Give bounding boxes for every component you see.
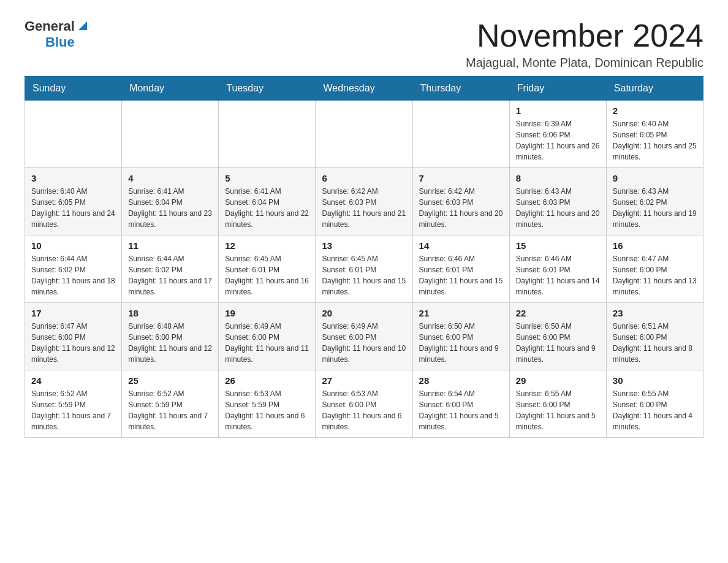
- day-cell: 24Sunrise: 6:52 AM Sunset: 5:59 PM Dayli…: [25, 370, 122, 438]
- day-cell: [316, 101, 412, 168]
- day-cell: 12Sunrise: 6:45 AM Sunset: 6:01 PM Dayli…: [219, 236, 316, 303]
- calendar-title: November 2024: [466, 18, 703, 53]
- day-cell: 25Sunrise: 6:52 AM Sunset: 5:59 PM Dayli…: [122, 370, 219, 438]
- header-cell-friday: Friday: [509, 77, 606, 101]
- day-info: Sunrise: 6:52 AM Sunset: 5:59 PM Dayligh…: [31, 388, 115, 432]
- day-cell: 7Sunrise: 6:42 AM Sunset: 6:03 PM Daylig…: [412, 168, 509, 236]
- day-info: Sunrise: 6:51 AM Sunset: 6:00 PM Dayligh…: [613, 321, 697, 365]
- day-number: 24: [31, 375, 115, 386]
- day-number: 21: [419, 308, 503, 318]
- day-number: 12: [225, 240, 309, 251]
- logo: General Blue: [25, 18, 89, 50]
- calendar-body: 1Sunrise: 6:39 AM Sunset: 6:06 PM Daylig…: [25, 101, 703, 438]
- day-cell: 13Sunrise: 6:45 AM Sunset: 6:01 PM Dayli…: [316, 236, 412, 303]
- day-info: Sunrise: 6:45 AM Sunset: 6:01 PM Dayligh…: [225, 253, 309, 297]
- day-number: 16: [613, 240, 697, 251]
- logo-triangle-icon: [76, 19, 89, 33]
- day-info: Sunrise: 6:40 AM Sunset: 6:05 PM Dayligh…: [31, 186, 115, 230]
- logo-blue-text: Blue: [45, 34, 75, 50]
- day-cell: 3Sunrise: 6:40 AM Sunset: 6:05 PM Daylig…: [25, 168, 122, 236]
- day-info: Sunrise: 6:50 AM Sunset: 6:00 PM Dayligh…: [516, 321, 600, 365]
- day-info: Sunrise: 6:39 AM Sunset: 6:06 PM Dayligh…: [516, 118, 600, 163]
- day-number: 22: [516, 308, 600, 318]
- day-cell: 5Sunrise: 6:41 AM Sunset: 6:04 PM Daylig…: [219, 168, 316, 236]
- week-row-2: 3Sunrise: 6:40 AM Sunset: 6:05 PM Daylig…: [25, 168, 703, 236]
- day-cell: [122, 101, 219, 168]
- day-info: Sunrise: 6:55 AM Sunset: 6:00 PM Dayligh…: [516, 388, 600, 432]
- day-number: 17: [31, 308, 115, 318]
- day-number: 28: [419, 375, 503, 386]
- day-number: 5: [225, 173, 309, 183]
- day-number: 4: [128, 173, 212, 183]
- day-info: Sunrise: 6:46 AM Sunset: 6:01 PM Dayligh…: [516, 253, 600, 297]
- day-info: Sunrise: 6:47 AM Sunset: 6:00 PM Dayligh…: [31, 321, 115, 365]
- day-info: Sunrise: 6:55 AM Sunset: 6:00 PM Dayligh…: [613, 388, 697, 432]
- header-row: SundayMondayTuesdayWednesdayThursdayFrid…: [25, 77, 703, 101]
- day-number: 13: [322, 240, 406, 251]
- week-row-3: 10Sunrise: 6:44 AM Sunset: 6:02 PM Dayli…: [25, 236, 703, 303]
- day-number: 20: [322, 308, 406, 318]
- day-number: 1: [516, 105, 600, 116]
- day-number: 10: [31, 240, 115, 251]
- header-cell-tuesday: Tuesday: [219, 77, 316, 101]
- header-cell-thursday: Thursday: [412, 77, 509, 101]
- day-cell: 19Sunrise: 6:49 AM Sunset: 6:00 PM Dayli…: [219, 303, 316, 370]
- day-number: 3: [31, 173, 115, 183]
- day-number: 7: [419, 173, 503, 183]
- day-cell: 10Sunrise: 6:44 AM Sunset: 6:02 PM Dayli…: [25, 236, 122, 303]
- day-number: 6: [322, 173, 406, 183]
- day-cell: 17Sunrise: 6:47 AM Sunset: 6:00 PM Dayli…: [25, 303, 122, 370]
- day-info: Sunrise: 6:50 AM Sunset: 6:00 PM Dayligh…: [419, 321, 503, 365]
- day-cell: [219, 101, 316, 168]
- header-cell-sunday: Sunday: [25, 77, 122, 101]
- header-cell-monday: Monday: [122, 77, 219, 101]
- day-info: Sunrise: 6:52 AM Sunset: 5:59 PM Dayligh…: [128, 388, 212, 432]
- day-cell: 9Sunrise: 6:43 AM Sunset: 6:02 PM Daylig…: [606, 168, 703, 236]
- calendar-table: SundayMondayTuesdayWednesdayThursdayFrid…: [25, 76, 703, 438]
- day-info: Sunrise: 6:40 AM Sunset: 6:05 PM Dayligh…: [613, 118, 697, 163]
- week-row-1: 1Sunrise: 6:39 AM Sunset: 6:06 PM Daylig…: [25, 101, 703, 168]
- day-info: Sunrise: 6:47 AM Sunset: 6:00 PM Dayligh…: [613, 253, 697, 297]
- day-cell: 16Sunrise: 6:47 AM Sunset: 6:00 PM Dayli…: [606, 236, 703, 303]
- day-cell: [412, 101, 509, 168]
- header: General Blue November 2024 Majagual, Mon…: [25, 18, 703, 70]
- day-number: 8: [516, 173, 600, 183]
- day-cell: 27Sunrise: 6:53 AM Sunset: 6:00 PM Dayli…: [316, 370, 412, 438]
- day-cell: 21Sunrise: 6:50 AM Sunset: 6:00 PM Dayli…: [412, 303, 509, 370]
- day-number: 9: [613, 173, 697, 183]
- day-info: Sunrise: 6:46 AM Sunset: 6:01 PM Dayligh…: [419, 253, 503, 297]
- day-number: 27: [322, 375, 406, 386]
- week-row-5: 24Sunrise: 6:52 AM Sunset: 5:59 PM Dayli…: [25, 370, 703, 438]
- title-area: November 2024 Majagual, Monte Plata, Dom…: [466, 18, 703, 70]
- day-cell: 23Sunrise: 6:51 AM Sunset: 6:00 PM Dayli…: [606, 303, 703, 370]
- day-info: Sunrise: 6:53 AM Sunset: 6:00 PM Dayligh…: [322, 388, 406, 432]
- day-cell: 30Sunrise: 6:55 AM Sunset: 6:00 PM Dayli…: [606, 370, 703, 438]
- day-cell: 8Sunrise: 6:43 AM Sunset: 6:03 PM Daylig…: [509, 168, 606, 236]
- day-cell: 11Sunrise: 6:44 AM Sunset: 6:02 PM Dayli…: [122, 236, 219, 303]
- day-cell: 1Sunrise: 6:39 AM Sunset: 6:06 PM Daylig…: [509, 101, 606, 168]
- day-cell: 26Sunrise: 6:53 AM Sunset: 5:59 PM Dayli…: [219, 370, 316, 438]
- day-cell: 15Sunrise: 6:46 AM Sunset: 6:01 PM Dayli…: [509, 236, 606, 303]
- week-row-4: 17Sunrise: 6:47 AM Sunset: 6:00 PM Dayli…: [25, 303, 703, 370]
- day-number: 11: [128, 240, 212, 251]
- calendar-subtitle: Majagual, Monte Plata, Dominican Republi…: [466, 56, 703, 70]
- day-number: 30: [613, 375, 697, 386]
- day-cell: 2Sunrise: 6:40 AM Sunset: 6:05 PM Daylig…: [606, 101, 703, 168]
- day-cell: 14Sunrise: 6:46 AM Sunset: 6:01 PM Dayli…: [412, 236, 509, 303]
- calendar-header: SundayMondayTuesdayWednesdayThursdayFrid…: [25, 77, 703, 101]
- day-info: Sunrise: 6:53 AM Sunset: 5:59 PM Dayligh…: [225, 388, 309, 432]
- day-info: Sunrise: 6:49 AM Sunset: 6:00 PM Dayligh…: [322, 321, 406, 365]
- day-number: 29: [516, 375, 600, 386]
- svg-marker-0: [78, 21, 87, 30]
- day-number: 18: [128, 308, 212, 318]
- day-number: 2: [613, 105, 697, 116]
- day-number: 19: [225, 308, 309, 318]
- day-cell: 4Sunrise: 6:41 AM Sunset: 6:04 PM Daylig…: [122, 168, 219, 236]
- day-number: 26: [225, 375, 309, 386]
- day-info: Sunrise: 6:41 AM Sunset: 6:04 PM Dayligh…: [128, 186, 212, 230]
- day-cell: 6Sunrise: 6:42 AM Sunset: 6:03 PM Daylig…: [316, 168, 412, 236]
- logo-general-text: General: [25, 18, 75, 34]
- day-info: Sunrise: 6:43 AM Sunset: 6:02 PM Dayligh…: [613, 186, 697, 230]
- day-cell: 20Sunrise: 6:49 AM Sunset: 6:00 PM Dayli…: [316, 303, 412, 370]
- day-cell: 28Sunrise: 6:54 AM Sunset: 6:00 PM Dayli…: [412, 370, 509, 438]
